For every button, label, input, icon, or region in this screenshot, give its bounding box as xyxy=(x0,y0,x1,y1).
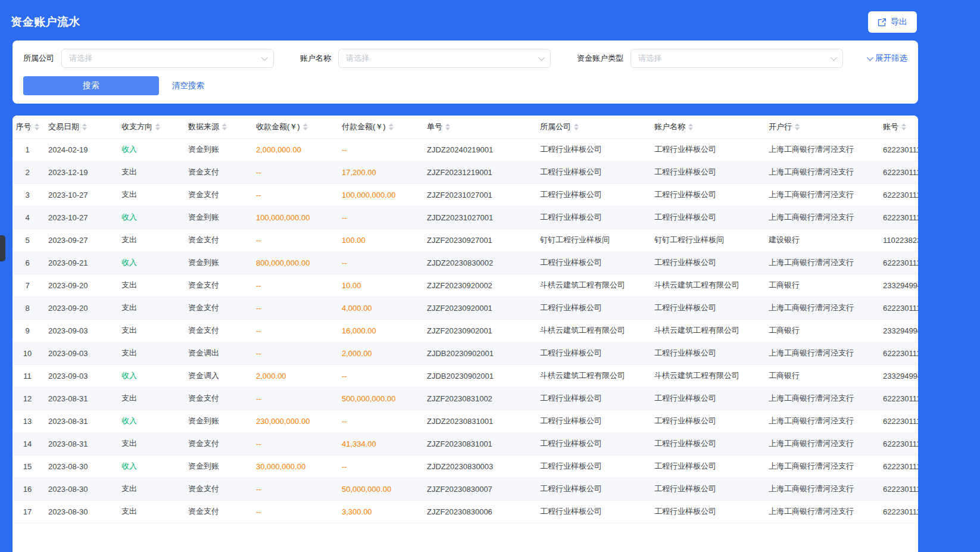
column-header[interactable]: 序号 xyxy=(13,116,42,138)
filter-row-selects: 所属公司 请选择 账户名称 请选择 资金账户类型 请选择 展开筛选 xyxy=(23,49,907,68)
export-button[interactable]: 导出 xyxy=(868,11,917,33)
export-icon xyxy=(878,18,887,27)
cell-order-no: ZJZF20230831002 xyxy=(421,387,534,410)
cell-direction: 支出 xyxy=(116,319,182,342)
chevron-down-icon xyxy=(538,54,545,61)
cell-direction: 支出 xyxy=(116,500,182,523)
cell-bank: 上海工商银行漕河泾支行 xyxy=(763,183,877,206)
drawer-handle[interactable] xyxy=(0,235,5,261)
sort-icon[interactable] xyxy=(574,123,579,130)
column-label: 账号 xyxy=(883,122,898,131)
cell-company: 工程行业样板公司 xyxy=(534,183,648,206)
cell-source: 资金支付 xyxy=(182,387,250,410)
company-filter-label: 所属公司 xyxy=(23,53,54,64)
cell-bank: 上海工商银行漕河泾支行 xyxy=(763,500,877,523)
account-name-select[interactable]: 请选择 xyxy=(338,49,551,68)
sort-icon[interactable] xyxy=(688,123,693,130)
cell-date: 2023-10-27 xyxy=(42,206,116,229)
cell-income: -- xyxy=(250,432,336,455)
table-row: 32023-10-27支出资金支付--100,000,000.00ZJZF202… xyxy=(13,183,918,206)
company-select[interactable]: 请选择 xyxy=(61,49,274,68)
cell-no: 6 xyxy=(13,251,42,274)
sort-icon[interactable] xyxy=(82,123,87,130)
cell-income: 100,000,000.00 xyxy=(250,206,336,229)
cell-income: -- xyxy=(250,319,336,342)
sort-icon[interactable] xyxy=(901,123,906,130)
cell-account-name: 钉钉工程行业样板间 xyxy=(648,229,763,251)
cell-order-no: ZJDB20230902001 xyxy=(421,364,534,387)
sort-icon[interactable] xyxy=(303,123,308,130)
sort-icon[interactable] xyxy=(35,123,39,130)
cell-income: -- xyxy=(250,500,336,523)
column-label: 数据来源 xyxy=(188,122,219,131)
cell-account-name: 工程行业样板公司 xyxy=(648,297,763,319)
cell-account-no: 622230111 xyxy=(877,342,918,364)
cell-income: 30,000,000.00 xyxy=(250,455,336,478)
column-label: 开户行 xyxy=(769,122,792,131)
cell-direction: 收入 xyxy=(116,455,182,478)
cell-direction: 支出 xyxy=(116,478,182,500)
cell-bank: 上海工商银行漕河泾支行 xyxy=(763,410,877,432)
cell-direction: 支出 xyxy=(116,229,182,251)
cell-account-name: 工程行业样板公司 xyxy=(648,342,763,364)
column-header[interactable]: 收支方向 xyxy=(116,116,182,138)
sort-icon[interactable] xyxy=(445,123,450,130)
sort-icon[interactable] xyxy=(795,123,800,130)
cell-bank: 工商银行 xyxy=(763,319,877,342)
column-header[interactable]: 收款金额(￥) xyxy=(250,116,336,138)
sort-icon[interactable] xyxy=(155,123,160,130)
table-row: 102023-09-03支出资金调出--2,000.00ZJDB20230902… xyxy=(13,342,918,364)
cell-no: 4 xyxy=(13,206,42,229)
cell-source: 资金支付 xyxy=(182,161,250,183)
column-header[interactable]: 交易日期 xyxy=(42,116,116,138)
clear-search-link[interactable]: 清空搜索 xyxy=(172,80,204,91)
cell-source: 资金到账 xyxy=(182,251,250,274)
cell-payment: 100,000,000.00 xyxy=(336,183,421,206)
top-bar: 资金账户流水 导出 xyxy=(0,0,980,40)
sort-icon[interactable] xyxy=(389,123,394,130)
cell-account-name: 工程行业样板公司 xyxy=(648,410,763,432)
column-header[interactable]: 所属公司 xyxy=(534,116,648,138)
cell-income: -- xyxy=(250,183,336,206)
cell-payment: 4,000.00 xyxy=(336,297,421,319)
cell-company: 工程行业样板公司 xyxy=(534,206,648,229)
column-label: 交易日期 xyxy=(48,122,79,131)
cell-company: 工程行业样板公司 xyxy=(534,432,648,455)
expand-filter-label: 展开筛选 xyxy=(875,53,907,64)
column-header[interactable]: 账号 xyxy=(877,116,918,138)
column-header[interactable]: 付款金额(￥) xyxy=(336,116,421,138)
cell-company: 工程行业样板公司 xyxy=(534,161,648,183)
column-header[interactable]: 账户名称 xyxy=(648,116,763,138)
cell-account-name: 工程行业样板公司 xyxy=(648,387,763,410)
column-header[interactable]: 单号 xyxy=(421,116,534,138)
cell-date: 2023-10-27 xyxy=(42,183,116,206)
column-label: 所属公司 xyxy=(540,122,571,131)
cell-direction: 收入 xyxy=(116,410,182,432)
column-label: 账户名称 xyxy=(654,122,685,131)
table-row: 52023-09-27支出资金支付--100.00ZJZF20230927001… xyxy=(13,229,918,251)
cell-income: -- xyxy=(250,387,336,410)
cell-direction: 支出 xyxy=(116,342,182,364)
cell-source: 资金支付 xyxy=(182,274,250,297)
search-button[interactable]: 搜索 xyxy=(23,76,159,95)
cell-no: 11 xyxy=(13,364,42,387)
cell-no: 2 xyxy=(13,161,42,183)
cell-account-no: 622230111 xyxy=(877,297,918,319)
cell-bank: 工商银行 xyxy=(763,364,877,387)
cell-payment: 50,000,000.00 xyxy=(336,478,421,500)
cell-source: 资金支付 xyxy=(182,319,250,342)
column-header[interactable]: 开户行 xyxy=(763,116,877,138)
cell-account-no: 622230111 xyxy=(877,432,918,455)
table-row: 132023-08-31收入资金到账230,000,000.00--ZJDZ20… xyxy=(13,410,918,432)
cell-direction: 支出 xyxy=(116,183,182,206)
cell-company: 斗栱云建筑工程有限公司 xyxy=(534,364,648,387)
column-header[interactable]: 数据来源 xyxy=(182,116,250,138)
cell-order-no: ZJDB20230902001 xyxy=(421,342,534,364)
expand-filter-link[interactable]: 展开筛选 xyxy=(867,53,907,64)
cell-company: 工程行业样板公司 xyxy=(534,500,648,523)
account-type-select[interactable]: 请选择 xyxy=(631,49,843,68)
sort-icon[interactable] xyxy=(222,123,227,130)
cell-payment: 17,200.00 xyxy=(336,161,421,183)
cell-direction: 支出 xyxy=(116,432,182,455)
cell-no: 9 xyxy=(13,319,42,342)
